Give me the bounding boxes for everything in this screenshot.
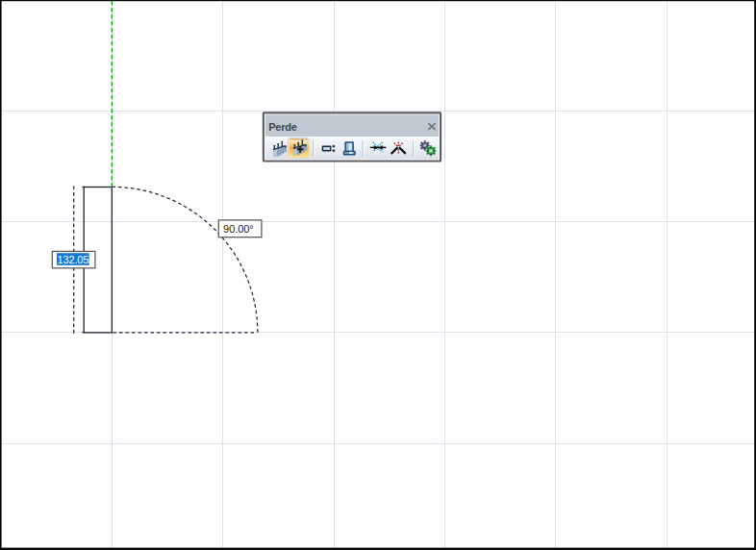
svg-text:Perde: Perde (268, 121, 297, 133)
svg-text:132.05: 132.05 (57, 254, 88, 265)
svg-text:90.00°: 90.00° (223, 223, 254, 235)
